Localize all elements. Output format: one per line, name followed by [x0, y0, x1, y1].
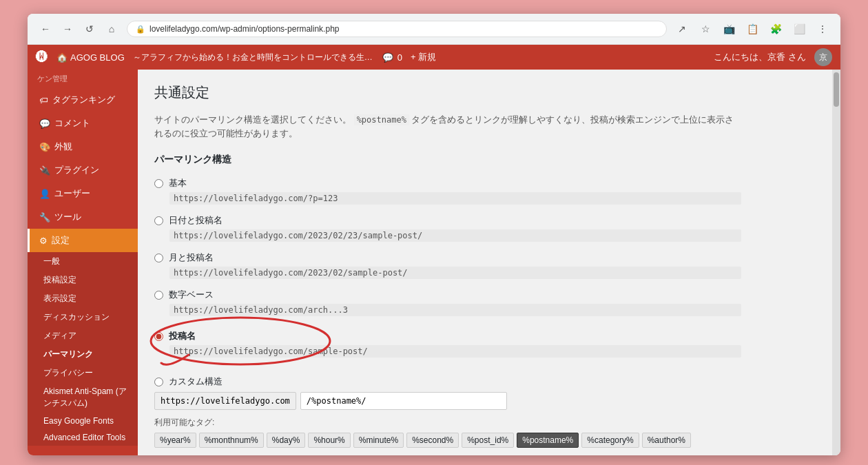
comment-icon: 💬 — [382, 52, 393, 63]
profile-button[interactable]: ⬜ — [789, 19, 809, 39]
section-title: パーマリンク構造 — [154, 154, 741, 166]
sidebar-sub-general[interactable]: 一般 — [28, 252, 138, 271]
sidebar-sub-discussion[interactable]: ディスカッション — [28, 308, 138, 327]
tags-label: 利用可能なタグ: — [154, 417, 741, 428]
admin-bar-new[interactable]: + 新規 — [411, 51, 436, 63]
custom-base-url: https://lovelifeladygo.com — [154, 392, 296, 410]
option-numeric: 数字ベース https://lovelifeladygo.com/arch...… — [154, 289, 741, 316]
custom-struct-input[interactable] — [300, 392, 507, 410]
settings-icon: ⚙ — [39, 236, 48, 246]
browser-chrome: ← → ↺ ⌂ 🔒 lovelifeladygo.com/wp-admin/op… — [28, 14, 840, 45]
lock-icon: 🔒 — [136, 25, 145, 34]
wp-logo-icon: 🅦 — [36, 50, 48, 65]
sidebar-label-permalink: パーマリンク — [43, 349, 93, 360]
sidebar-label-tools: ツール — [54, 211, 81, 223]
bookmark-button[interactable]: ☆ — [696, 19, 715, 39]
tag-year[interactable]: %year% — [154, 433, 196, 448]
sidebar-sub-advanced-editor[interactable]: Advanced Editor Tools — [28, 429, 138, 446]
radio-month-post[interactable] — [154, 254, 163, 262]
tag-postname[interactable]: %postname% — [517, 433, 579, 448]
sidebar-label-akismet: Akismet Anti-Spam (アンチスパム) — [43, 386, 127, 409]
sidebar-sub-privacy[interactable]: プライバシー — [28, 364, 138, 382]
sidebar-item-plugins[interactable]: 🔌 プラグイン — [28, 158, 138, 182]
tag-author[interactable]: %author% — [642, 433, 691, 448]
tag-hour[interactable]: %hour% — [308, 433, 350, 448]
sidebar-sub-easy-google-fonts[interactable]: Easy Google Fonts — [28, 413, 138, 429]
sidebar-item-appearance[interactable]: 🎨 外観 — [28, 135, 138, 158]
permalink-options: 基本 https://lovelifeladygo.com/?p=123 日付と… — [154, 177, 741, 362]
option-month-post: 月と投稿名 https://lovelifeladygo.com/2023/02… — [154, 251, 741, 279]
sidebar-label-advanced-editor: Advanced Editor Tools — [43, 433, 125, 442]
reload-button[interactable]: ↺ — [80, 19, 99, 39]
page-description: サイトのパーマリンク構造を選択してください。 %postname% タグを含める… — [154, 113, 741, 140]
tag-post-id[interactable]: %post_id% — [462, 433, 514, 448]
label-custom: カスタム構造 — [169, 375, 223, 388]
sidebar-item-users[interactable]: 👤 ユーザー — [28, 182, 138, 205]
sidebar-item-tools[interactable]: 🔧 ツール — [28, 205, 138, 229]
sidebar-sub-akismet[interactable]: Akismet Anti-Spam (アンチスパム) — [28, 382, 138, 413]
label-post-name: 投稿名 — [169, 330, 196, 342]
extension1-button[interactable]: 📺 — [719, 19, 738, 39]
wp-layout: ケン管理 🏷 タグランキング 💬 コメント 🎨 外観 🔌 プラグイン 👤 ユーザ… — [28, 70, 840, 455]
users-icon: 👤 — [39, 189, 50, 199]
admin-bar-blog-name: AGOG BLOG — [70, 52, 125, 63]
share-button[interactable]: ↗ — [672, 19, 692, 39]
comments-count: 0 — [397, 52, 402, 63]
forward-button[interactable]: → — [58, 19, 77, 39]
sidebar-sub-reading[interactable]: 表示設定 — [28, 289, 138, 308]
home-button[interactable]: ⌂ — [102, 19, 121, 39]
admin-bar-home[interactable]: 🏠 AGOG BLOG — [56, 52, 125, 63]
radio-numeric[interactable] — [154, 291, 163, 300]
sidebar: ケン管理 🏷 タグランキング 💬 コメント 🎨 外観 🔌 プラグイン 👤 ユーザ… — [28, 70, 138, 455]
custom-struct-row: https://lovelifeladygo.com — [154, 392, 741, 410]
tags-section: 利用可能なタグ: %year% %monthnum% %day% %hour% … — [154, 417, 741, 448]
tag-icon: 🏷 — [39, 95, 48, 105]
sidebar-sub-writing[interactable]: 投稿設定 — [28, 271, 138, 289]
extensions-button[interactable]: 🧩 — [766, 19, 785, 39]
sidebar-label-easy-google-fonts: Easy Google Fonts — [43, 416, 114, 426]
sidebar-sub-media[interactable]: メディア — [28, 327, 138, 345]
custom-structure-section: カスタム構造 https://lovelifeladygo.com — [154, 375, 741, 410]
sidebar-label-tag-ranking: タグランキング — [52, 94, 115, 106]
sidebar-item-comments[interactable]: 💬 コメント — [28, 112, 138, 135]
sidebar-label-general: 一般 — [43, 256, 60, 267]
option-post-name: 投稿名 https://lovelifeladygo.com/sample-po… — [154, 330, 741, 358]
tag-second[interactable]: %second% — [406, 433, 459, 448]
avatar: 京 — [814, 48, 832, 66]
tags-list: %year% %monthnum% %day% %hour% %minute% … — [154, 433, 741, 448]
admin-bar: 🅦 🏠 AGOG BLOG ～アラフィフから始める！お金と時間をコントロールでき… — [28, 45, 840, 70]
scrollbar[interactable] — [832, 70, 840, 455]
label-numeric: 数字ベース — [169, 289, 214, 301]
url-numeric: https://lovelifeladygo.com/arch...3 — [169, 304, 741, 316]
sidebar-item-settings[interactable]: ⚙ 設定 — [28, 229, 138, 252]
tag-minute[interactable]: %minute% — [353, 433, 404, 448]
radio-post-name[interactable] — [154, 332, 163, 341]
sidebar-label-appearance: 外観 — [54, 141, 72, 153]
admin-bar-comments[interactable]: 💬 0 — [382, 52, 402, 63]
plugins-icon: 🔌 — [39, 165, 50, 176]
extension2-button[interactable]: 📋 — [743, 19, 762, 39]
sidebar-sub-permalink[interactable]: パーマリンク — [28, 345, 138, 364]
sidebar-label-discussion: ディスカッション — [43, 311, 110, 323]
radio-custom[interactable] — [154, 378, 163, 386]
appearance-icon: 🎨 — [39, 142, 50, 152]
admin-home-icon: 🏠 — [56, 52, 68, 63]
radio-basic[interactable] — [154, 179, 163, 188]
tag-monthnum[interactable]: %monthnum% — [199, 433, 264, 448]
sidebar-item-tag-ranking[interactable]: 🏷 タグランキング — [28, 88, 138, 112]
tag-day[interactable]: %day% — [267, 433, 306, 448]
tag-category[interactable]: %category% — [581, 433, 639, 448]
radio-date-post[interactable] — [154, 216, 163, 225]
sidebar-label-users: ユーザー — [54, 187, 90, 200]
option-date-post: 日付と投稿名 https://lovelifeladygo.com/2023/0… — [154, 214, 741, 242]
label-date-post: 日付と投稿名 — [169, 214, 223, 227]
url-text: lovelifeladygo.com/wp-admin/options-perm… — [149, 24, 339, 34]
admin-bar-site-name: ～アラフィフから始める！お金と時間をコントロールできる生き... — [133, 52, 374, 63]
label-month-post: 月と投稿名 — [169, 251, 214, 264]
sidebar-label-plugins: プラグイン — [54, 164, 99, 176]
more-button[interactable]: ⋮ — [813, 19, 832, 39]
sidebar-label-privacy: プライバシー — [43, 367, 93, 379]
address-bar[interactable]: 🔒 lovelifeladygo.com/wp-admin/options-pe… — [127, 21, 667, 37]
scrollbar-thumb[interactable] — [834, 72, 839, 107]
back-button[interactable]: ← — [36, 19, 55, 39]
